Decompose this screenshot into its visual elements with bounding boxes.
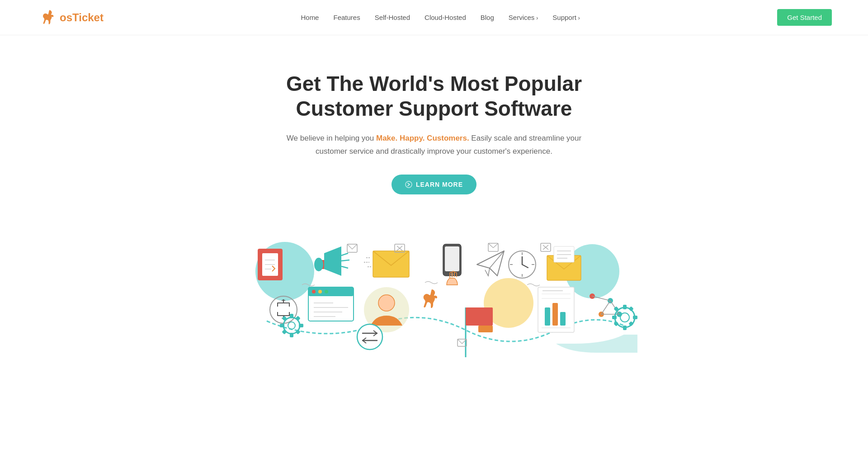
svg-rect-65: [560, 312, 566, 326]
svg-line-12: [341, 260, 349, 261]
nav-item-blog[interactable]: Blog: [481, 14, 494, 22]
svg-line-90: [493, 243, 498, 248]
kangaroo-icon: [36, 7, 57, 28]
navbar: osTicket Home Features Self-Hosted Cloud…: [0, 0, 868, 35]
svg-line-13: [341, 266, 348, 268]
svg-point-36: [318, 290, 322, 293]
nav-item-support[interactable]: Support: [552, 14, 580, 22]
svg-point-10: [314, 258, 323, 271]
svg-rect-54: [280, 324, 284, 327]
svg-rect-79: [623, 326, 627, 330]
svg-line-11: [341, 253, 348, 255]
svg-rect-47: [478, 326, 493, 332]
svg-point-86: [357, 324, 382, 350]
nav-item-cloud-hosted[interactable]: Cloud-Hosted: [425, 14, 466, 22]
nav-item-features[interactable]: Features: [333, 14, 360, 22]
svg-rect-63: [545, 307, 550, 326]
get-started-button[interactable]: Get Started: [777, 9, 832, 26]
svg-rect-19: [445, 246, 459, 271]
svg-rect-53: [290, 333, 293, 337]
svg-rect-64: [552, 303, 558, 326]
svg-rect-81: [633, 316, 637, 319]
svg-line-73: [601, 301, 610, 314]
logo[interactable]: osTicket: [36, 7, 104, 28]
svg-rect-58: [282, 329, 287, 334]
svg-point-0: [49, 11, 51, 13]
svg-rect-78: [623, 305, 627, 309]
svg-point-43: [378, 295, 395, 311]
svg-rect-57: [295, 316, 300, 321]
svg-line-74: [610, 301, 619, 314]
svg-line-92: [458, 339, 462, 344]
svg-rect-80: [612, 316, 617, 319]
svg-point-51: [288, 322, 295, 329]
nav-item-self-hosted[interactable]: Self-Hosted: [375, 14, 410, 22]
learn-more-button[interactable]: LEARN MORE: [392, 175, 476, 194]
learn-more-icon: [405, 181, 412, 188]
svg-point-37: [325, 290, 328, 293]
svg-point-77: [620, 313, 629, 322]
svg-rect-46: [466, 307, 493, 326]
illustration-svg: [231, 213, 637, 357]
svg-point-44: [432, 291, 434, 293]
hero-section: Get The World's Most Popular Customer Su…: [0, 35, 868, 366]
nav-item-home[interactable]: Home: [301, 14, 319, 22]
svg-line-89: [488, 243, 493, 248]
svg-point-35: [312, 290, 316, 293]
hero-body: We believe in helping you Make. Happy. C…: [280, 132, 588, 158]
logo-text: osTicket: [60, 11, 104, 24]
svg-rect-55: [299, 324, 303, 327]
hero-illustration: [231, 213, 637, 357]
hero-heading: Get The World's Most Popular Customer Su…: [9, 71, 859, 121]
nav-links: Home Features Self-Hosted Cloud-Hosted B…: [301, 14, 580, 22]
svg-line-27: [522, 265, 528, 268]
svg-point-1: [406, 181, 412, 188]
nav-item-services[interactable]: Services: [509, 14, 538, 22]
svg-rect-52: [290, 314, 293, 318]
